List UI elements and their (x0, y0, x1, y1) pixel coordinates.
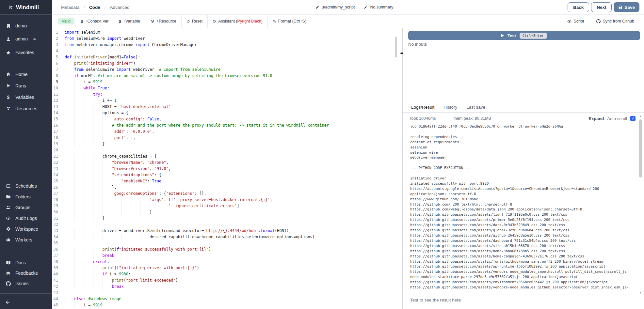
sidebar-item-variables[interactable]: $ Variables (0, 91, 52, 103)
code-line[interactable]: 43 (52, 290, 400, 296)
test-button[interactable]: Test Ctrl+Enter (408, 31, 640, 40)
users-icon (6, 205, 11, 210)
code-line[interactable]: 27 'goog:chromeOptions': {'extensions': … (52, 191, 400, 197)
app-logo[interactable]: Windmill (0, 0, 52, 14)
tab-logs-result[interactable]: Logs/Result (407, 102, 439, 113)
favorites-label: Favorites (15, 50, 34, 55)
sidebar-item-schedules[interactable]: Schedules (0, 180, 52, 191)
code-line[interactable]: 10 while True: (52, 85, 400, 91)
divider (0, 14, 52, 15)
code-line[interactable]: 18 'port': i, (52, 135, 400, 141)
script-kind-button[interactable]: Script (567, 19, 584, 23)
code-line[interactable]: 23 "browserVersion": "91.0", (52, 166, 400, 172)
back-button[interactable]: Back (568, 2, 589, 12)
code-line[interactable]: 7 from seleniumwire import webdriver # I… (52, 67, 400, 73)
code-line[interactable]: 28 'args': [f'--proxy-server=host.docker… (52, 197, 400, 203)
code-line[interactable]: 4 (52, 48, 400, 54)
format-button[interactable]: ✎ Format (Ctrl+S) (268, 15, 311, 28)
next-button[interactable]: Next (591, 2, 612, 12)
add-context-var-button[interactable]: $ +Context Var (76, 15, 114, 28)
code-line[interactable]: 21 chrome_capabilities = { (52, 153, 400, 160)
code-line[interactable]: 2from seleniumwire import webdriver (52, 36, 400, 42)
sidebar-item-favorites[interactable]: Favorites (0, 47, 52, 58)
code-line[interactable]: 6 print("initiating driver") (52, 60, 400, 67)
workspace-selector[interactable]: demo (0, 21, 52, 31)
tab-code[interactable]: Code (89, 5, 100, 10)
code-line[interactable]: 15 'auto_config': False, (52, 116, 400, 122)
code-line[interactable]: 34 desired_capabilities=chrome_capabilit… (52, 234, 400, 240)
code-line[interactable]: 44 else: #windows image (52, 296, 400, 302)
add-resource-button[interactable]: +Resource (145, 15, 181, 28)
expand-button[interactable]: Expand (588, 116, 604, 121)
logs-scrollbar[interactable]: ▲ ▼ (638, 114, 643, 295)
script-summary[interactable]: No summary (364, 5, 393, 9)
code-line[interactable]: 36 print(f"initiated successfully with p… (52, 246, 400, 253)
code-line[interactable]: 17 'addr': '0.0.0.0', (52, 129, 400, 135)
sidebar-item-issues[interactable]: Issues (0, 278, 52, 289)
autoscroll-checkbox[interactable]: ✓ (630, 116, 636, 121)
user-menu[interactable]: admin (0, 34, 52, 44)
memory-stat: mem peak: 80.31MB (454, 116, 491, 121)
code-line[interactable]: 12 i += 1 (52, 98, 400, 104)
code-line[interactable]: 26 }, (52, 184, 400, 191)
format-label: Format (Ctrl+S) (278, 19, 306, 23)
sidebar-item-workspace[interactable]: Workspace (0, 224, 52, 234)
tab-history[interactable]: History (439, 102, 462, 113)
sidebar-item-docs[interactable]: Docs (0, 257, 52, 268)
code-line[interactable]: 29 '--ignore-certificate-errors'] (52, 203, 400, 209)
code-line[interactable]: 19 } (52, 141, 400, 147)
sidebar-item-folders[interactable]: Folders (0, 191, 52, 202)
code-line[interactable]: 38 except: (52, 259, 400, 265)
editor-scrollbar-thumb[interactable] (395, 37, 397, 57)
code-line[interactable]: 14 options = { (52, 110, 400, 116)
reset-button[interactable]: ↺ Reset (182, 15, 208, 28)
sidebar-item-feedbacks[interactable]: Feedbacks (0, 268, 52, 278)
play-icon (501, 34, 504, 37)
code-line[interactable]: 40 if i > 9930: (52, 271, 400, 277)
code-line[interactable]: 16 # the addr and the port where the pro… (52, 122, 400, 129)
tab-last-save[interactable]: Last save (462, 102, 490, 113)
script-path[interactable]: u/admin/my_script (315, 5, 355, 9)
code-editor[interactable]: 1import selenium2from seleniumwire impor… (52, 28, 402, 309)
logs-output[interactable]: job 01864aff-22dd-cf40-f0c5-0ec8e9b50c70… (410, 124, 635, 294)
sidebar-item-workers[interactable]: Workers (0, 234, 52, 245)
code-line[interactable]: 39 print(f"initiating driver with port:{… (52, 265, 400, 271)
code-line[interactable]: 11 try: (52, 91, 400, 98)
add-variable-button[interactable]: $ +Variable (114, 15, 145, 28)
code-line[interactable]: 37 break (52, 253, 400, 259)
code-line[interactable]: 25 "enableVNC": True (52, 178, 400, 184)
tab-metadata[interactable]: Metadata (61, 5, 79, 10)
code-line[interactable]: 41 print("port limit exceeded") (52, 277, 400, 284)
code-line[interactable]: 9 i = 9919 (52, 79, 400, 85)
sidebar-item-resources[interactable]: Resources (0, 103, 52, 114)
sidebar-item-audit-logs[interactable]: Audit Logs (0, 213, 52, 224)
refresh-icon: ⟳ (213, 19, 216, 23)
save-button[interactable]: Save (614, 2, 639, 12)
scroll-up-icon[interactable]: ▲ (638, 115, 643, 117)
code-line[interactable]: 3from webdriver_manager.chrome import Ch… (52, 42, 400, 48)
code-line[interactable]: 22 "browserName": "chrome", (52, 160, 400, 166)
tab-advanced[interactable]: Advanced (110, 5, 130, 10)
code-line[interactable]: 45 i = 9919 (52, 302, 400, 308)
assistant-button[interactable]: ⟳ Assistant (Pyright Black) (208, 15, 267, 28)
code-line[interactable]: 30 } (52, 209, 400, 215)
sidebar-item-home[interactable]: Home (0, 69, 52, 80)
code-line[interactable]: 5def initiateDriver(macM1=False): (52, 54, 400, 60)
code-line[interactable]: 13 HOST = 'host.docker.internal' (52, 104, 400, 110)
code-line[interactable]: 32 (52, 222, 400, 228)
collapse-sidebar-button[interactable] (0, 298, 52, 307)
scroll-down-icon[interactable]: ▼ (638, 292, 643, 294)
code-line[interactable]: 31 } (52, 215, 400, 222)
sidebar-item-runs[interactable]: Runs (0, 80, 52, 91)
code-line[interactable]: 33 driver = webdriver.Remote(command_exe… (52, 228, 400, 234)
sync-from-github-button[interactable]: Sync from Github (596, 19, 634, 23)
code-line[interactable]: 1import selenium (52, 29, 400, 36)
save-button-label: Save (624, 5, 635, 10)
code-line[interactable]: 35 (52, 240, 400, 246)
code-line[interactable]: 8 if macM1: #if we are on mac m1 -> cust… (52, 73, 400, 79)
code-line[interactable]: 24 "selenoid:options": { (52, 172, 400, 178)
code-line[interactable]: 42 break (52, 284, 400, 290)
scrollbar-thumb[interactable] (639, 119, 642, 178)
sidebar-item-groups[interactable]: Groups (0, 202, 52, 213)
code-line[interactable]: 20 (52, 147, 400, 153)
